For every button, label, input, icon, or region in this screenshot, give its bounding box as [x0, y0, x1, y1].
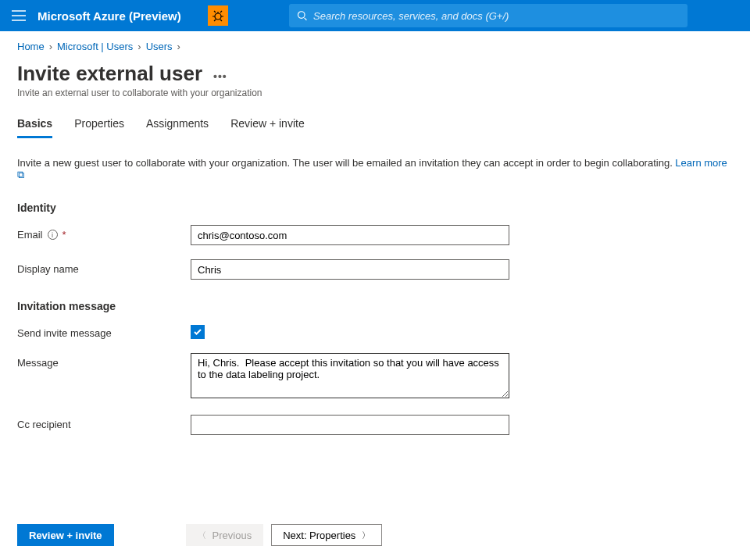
chevron-left-icon: 〈	[198, 530, 206, 541]
bug-icon[interactable]	[208, 5, 228, 26]
tab-properties[interactable]: Properties	[74, 117, 124, 138]
next-label: Next: Properties	[283, 530, 355, 541]
send-invite-label: Send invite message	[17, 327, 112, 339]
send-invite-checkbox[interactable]	[191, 325, 205, 339]
email-input[interactable]	[191, 225, 509, 245]
section-invitation-heading: Invitation message	[17, 300, 733, 312]
display-name-label: Display name	[17, 263, 79, 275]
info-icon[interactable]: i	[48, 230, 58, 240]
menu-hamburger-icon[interactable]	[0, 0, 38, 31]
row-email: Email i *	[17, 225, 733, 245]
brand-title[interactable]: Microsoft Azure (Preview)	[38, 9, 194, 23]
review-invite-button[interactable]: Review + invite	[17, 524, 114, 546]
learn-more-link[interactable]: Learn more	[675, 157, 727, 169]
breadcrumb-users[interactable]: Users	[146, 41, 173, 52]
svg-point-0	[215, 13, 221, 20]
previous-button: 〈 Previous	[186, 524, 264, 546]
page-title: Invite external user	[17, 62, 202, 86]
intro-text: Invite a new guest user to collaborate w…	[17, 157, 733, 181]
breadcrumb-home[interactable]: Home	[17, 41, 45, 52]
page-subtitle: Invite an external user to collaborate w…	[17, 87, 733, 98]
cc-input[interactable]	[191, 415, 509, 435]
row-send-invite: Send invite message	[17, 323, 733, 339]
email-label: Email	[17, 229, 43, 241]
display-name-input[interactable]	[191, 259, 509, 280]
chevron-right-icon: ›	[49, 41, 52, 52]
search-icon	[297, 10, 307, 21]
tab-review-invite[interactable]: Review + invite	[230, 117, 305, 138]
breadcrumb: Home › Microsoft | Users › Users ›	[0, 31, 750, 59]
previous-label: Previous	[212, 530, 252, 541]
global-search[interactable]	[289, 4, 688, 27]
form-body: Invite a new guest user to collaborate w…	[0, 138, 750, 435]
tab-basics[interactable]: Basics	[17, 117, 52, 138]
row-message: Message	[17, 353, 733, 401]
external-link-icon: ⧉	[17, 169, 24, 180]
page-header: Invite external user ••• Invite an exter…	[0, 59, 750, 103]
required-asterisk: *	[62, 229, 66, 241]
section-identity-heading: Identity	[17, 202, 733, 214]
breadcrumb-users-root[interactable]: Microsoft | Users	[57, 41, 133, 52]
wizard-footer: Review + invite 〈 Previous Next: Propert…	[17, 524, 382, 546]
chevron-right-icon: ›	[138, 41, 141, 52]
tab-assignments[interactable]: Assignments	[146, 117, 209, 138]
tab-bar: Basics Properties Assignments Review + i…	[0, 103, 750, 138]
message-textarea[interactable]	[191, 353, 509, 398]
search-input[interactable]	[313, 10, 680, 22]
svg-point-1	[298, 12, 305, 19]
row-display-name: Display name	[17, 259, 733, 280]
next-button[interactable]: Next: Properties 〉	[271, 524, 382, 546]
message-label: Message	[17, 357, 59, 369]
row-cc: Cc recipient	[17, 415, 733, 435]
more-actions-icon[interactable]: •••	[213, 70, 227, 83]
intro-message: Invite a new guest user to collaborate w…	[17, 157, 675, 169]
cc-label: Cc recipient	[17, 419, 71, 430]
top-bar: Microsoft Azure (Preview)	[0, 0, 750, 31]
chevron-right-icon: ›	[177, 41, 180, 52]
chevron-right-icon: 〉	[362, 530, 370, 541]
